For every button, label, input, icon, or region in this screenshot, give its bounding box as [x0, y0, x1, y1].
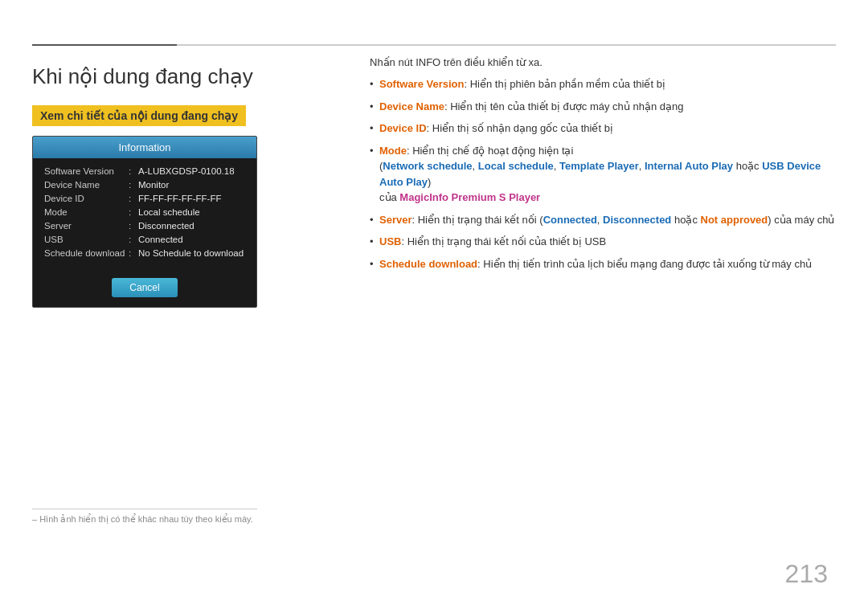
info-box-body: Software Version : A-LUBXGDSP-0100.18 De…	[33, 158, 256, 270]
page-title: Khi nội dung đang chạy	[32, 64, 330, 89]
sep-usb: :	[129, 235, 138, 244]
value-device-name: Monitor	[138, 180, 169, 190]
bullet-schedule-download: Schedule download: Hiển thị tiến trình c…	[370, 256, 836, 272]
right-column: Nhấn nút INFO trên điều khiển từ xa. Sof…	[370, 56, 836, 278]
value-server: Disconnected	[138, 221, 194, 231]
bullet-mode: Mode: Hiển thị chế độ hoạt động hiện tại…	[370, 143, 836, 206]
info-box: Information Software Version : A-LUBXGDS…	[32, 136, 257, 308]
link-network-schedule: Network schedule	[383, 160, 472, 172]
sep-device-id: :	[129, 194, 138, 203]
info-row-device-id: Device ID : FF-FF-FF-FF-FF-FF	[44, 194, 245, 203]
info-row-device-name: Device Name : Monitor	[44, 180, 245, 190]
bullet-software-version: Software Version: Hiển thị phiên bản phầ…	[370, 76, 836, 92]
key-software-version: Software Version	[379, 78, 464, 90]
text-mode-intro: : Hiển thị chế độ hoạt động hiện tại	[407, 145, 573, 157]
bullet-usb: USB: Hiển thị trạng thái kết nối của thi…	[370, 234, 836, 250]
status-connected: Connected	[543, 214, 597, 226]
mode-sub-text: (Network schedule, Local schedule, Templ…	[379, 160, 821, 188]
info-row-schedule: Schedule download : No Schedule to downl…	[44, 248, 245, 258]
value-device-id: FF-FF-FF-FF-FF-FF	[138, 194, 221, 203]
footnote: – Hình ảnh hiển thị có thể khác nhau tùy…	[32, 509, 257, 525]
section-highlight: Xem chi tiết của nội dung đang chạy	[32, 105, 246, 126]
link-template-player: Template Player	[559, 160, 639, 172]
link-local-schedule: Local schedule	[478, 160, 554, 172]
value-software-version: A-LUBXGDSP-0100.18	[138, 166, 235, 176]
info-box-header: Information	[33, 137, 256, 158]
page-number: 213	[785, 559, 828, 589]
key-device-id: Device ID	[379, 122, 427, 134]
top-border	[32, 44, 836, 46]
key-mode: Mode	[379, 145, 407, 157]
bullet-device-id: Device ID: Hiển thị số nhận dạng gốc của…	[370, 121, 836, 137]
value-schedule-download: No Schedule to download	[138, 248, 244, 258]
text-server: : Hiển thị trạng thái kết nối (Connected…	[411, 214, 834, 226]
label-device-name: Device Name	[44, 180, 129, 190]
info-row-usb: USB : Connected	[44, 235, 245, 244]
key-schedule-download: Schedule download	[379, 258, 477, 270]
sep-software: :	[129, 166, 138, 176]
link-magicinfo-player: MagicInfo Premium S Player	[399, 191, 540, 203]
info-row-software: Software Version : A-LUBXGDSP-0100.18	[44, 166, 245, 176]
status-disconnected: Disconnected	[603, 214, 671, 226]
label-mode: Mode	[44, 207, 129, 217]
text-software-version: : Hiển thị phiên bản phần mềm của thiết …	[464, 78, 665, 90]
text-schedule-download: : Hiển thị tiến trình của lịch biểu mạng…	[477, 258, 812, 270]
sep-server: :	[129, 221, 138, 231]
bullet-server: Server: Hiển thị trạng thái kết nối (Con…	[370, 212, 836, 228]
status-not-approved: Not approved	[701, 214, 768, 226]
mode-sub-player-label: của	[379, 191, 399, 203]
sep-device-name: :	[129, 180, 138, 190]
sep-mode: :	[129, 207, 138, 217]
info-row-mode: Mode : Local schedule	[44, 207, 245, 217]
text-device-name: : Hiển thị tên của thiết bị được máy chủ…	[444, 100, 683, 112]
key-usb: USB	[379, 235, 401, 247]
label-device-id: Device ID	[44, 194, 129, 203]
info-row-server: Server : Disconnected	[44, 221, 245, 231]
sep-schedule: :	[129, 248, 138, 258]
bullet-device-name: Device Name: Hiển thị tên của thiết bị đ…	[370, 99, 836, 115]
text-device-id: : Hiển thị số nhận dạng gốc của thiết bị	[427, 122, 613, 134]
label-server: Server	[44, 221, 129, 231]
cancel-button[interactable]: Cancel	[112, 278, 177, 297]
value-mode: Local schedule	[138, 207, 200, 217]
info-box-footer: Cancel	[33, 270, 256, 307]
link-internal-auto-play: Internal Auto Play	[645, 160, 733, 172]
left-column: Khi nội dung đang chạy Xem chi tiết của …	[32, 56, 330, 308]
label-usb: USB	[44, 235, 129, 244]
key-device-name: Device Name	[379, 100, 444, 112]
value-usb: Connected	[138, 235, 183, 244]
intro-text: Nhấn nút INFO trên điều khiển từ xa.	[370, 56, 836, 68]
bullet-list: Software Version: Hiển thị phiên bản phầ…	[370, 76, 836, 272]
key-server: Server	[379, 214, 411, 226]
text-usb: : Hiển thị trạng thái kết nối của thiết …	[401, 235, 606, 247]
label-schedule-download: Schedule download	[44, 248, 129, 258]
label-software-version: Software Version	[44, 166, 129, 176]
